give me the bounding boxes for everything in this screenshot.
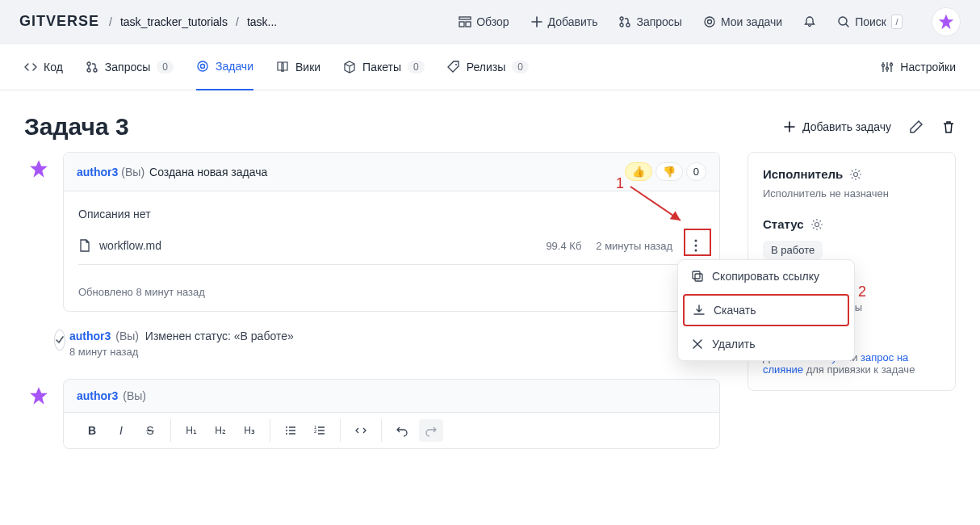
menu-download[interactable]: Скачать xyxy=(683,294,849,326)
svg-point-27 xyxy=(286,433,287,435)
tab-code[interactable]: Код xyxy=(24,44,63,90)
svg-point-5 xyxy=(626,23,630,27)
svg-point-19 xyxy=(695,245,697,247)
notifications[interactable] xyxy=(803,15,816,28)
author-link[interactable]: author3 xyxy=(77,166,118,178)
star-icon xyxy=(937,13,955,31)
packages-count: 0 xyxy=(408,61,425,74)
tab-packages[interactable]: Пакеты 0 xyxy=(343,44,425,90)
svg-rect-0 xyxy=(459,17,471,19)
delete-button[interactable] xyxy=(941,120,956,134)
nav-add[interactable]: Добавить xyxy=(530,15,598,28)
add-task-button[interactable]: Добавить задачу xyxy=(783,120,891,133)
page-title: Задача 3 xyxy=(24,113,129,141)
svg-point-20 xyxy=(695,250,697,252)
h1-button[interactable]: H₁ xyxy=(179,419,203,442)
status-badge[interactable]: В работе xyxy=(763,241,823,259)
layout-icon xyxy=(459,15,471,28)
download-icon xyxy=(693,304,706,317)
svg-point-14 xyxy=(455,64,457,65)
repo-tabs: Код Запросы 0 Задачи Вики Пакеты 0 Релиз… xyxy=(0,44,980,90)
breadcrumb-owner[interactable]: task_tracker_tutorials xyxy=(120,15,228,28)
svg-point-9 xyxy=(87,62,90,65)
gear-icon[interactable] xyxy=(849,168,862,181)
strike-button[interactable]: S xyxy=(138,419,162,442)
menu-delete[interactable]: Удалить xyxy=(678,328,854,360)
svg-point-25 xyxy=(286,426,287,428)
package-icon xyxy=(343,61,356,74)
svg-point-31 xyxy=(815,222,819,226)
app-header: GITVERSE / task_tracker_tutorials / task… xyxy=(0,0,980,44)
attachment-name[interactable]: workflow.md xyxy=(99,239,161,252)
assignee-empty: Исполнитель не назначен xyxy=(763,187,940,200)
svg-point-15 xyxy=(882,64,885,66)
sidebar-assignee-h: Исполнитель xyxy=(763,167,843,181)
react-thumbs-down[interactable]: 👎 xyxy=(655,162,683,181)
undo-button[interactable] xyxy=(390,419,414,442)
comment-author[interactable]: author3 xyxy=(77,389,118,402)
kebab-icon xyxy=(694,239,697,252)
attachment-menu-button[interactable] xyxy=(687,237,705,254)
nav-requests[interactable]: Запросы xyxy=(618,15,681,28)
react-count[interactable]: 0 xyxy=(686,162,706,181)
requests-count: 0 xyxy=(157,61,174,74)
svg-point-4 xyxy=(620,23,623,27)
search-kbd: / xyxy=(891,15,903,29)
svg-point-17 xyxy=(890,63,893,65)
react-thumbs-up[interactable]: 👍 xyxy=(625,162,652,181)
event-text: Изменен статус: «В работе» xyxy=(145,330,294,342)
attachment-size: 99.4 Кб xyxy=(546,240,581,252)
title-bar: Задача 3 Добавить задачу xyxy=(0,90,980,152)
h2-button[interactable]: H₂ xyxy=(208,419,232,442)
sidebar-status-h: Статус xyxy=(763,217,804,231)
file-icon xyxy=(78,239,91,252)
comment-header: author3 (Вы) xyxy=(63,379,720,413)
svg-point-30 xyxy=(854,172,858,176)
svg-rect-22 xyxy=(693,271,700,279)
redo-button[interactable] xyxy=(419,419,443,442)
svg-point-12 xyxy=(198,61,207,71)
nav-search[interactable]: Поиск / xyxy=(837,15,903,29)
tab-settings[interactable]: Настройки xyxy=(881,44,956,90)
menu-copy-link[interactable]: Скопировать ссылку xyxy=(678,260,854,292)
issue-card: author3 (Вы) Создана новая задача 👍 👎 0 … xyxy=(63,152,720,312)
gear-icon[interactable] xyxy=(810,218,823,231)
created-text: Создана новая задача xyxy=(149,166,267,178)
ol-button[interactable]: 12 xyxy=(308,419,332,442)
svg-rect-1 xyxy=(459,22,464,27)
star-icon xyxy=(28,158,49,179)
target-icon xyxy=(703,15,716,28)
search-icon xyxy=(837,15,850,28)
ul-button[interactable] xyxy=(279,419,303,442)
attachment-menu: Скопировать ссылку Скачать Удалить xyxy=(677,259,855,361)
h3-button[interactable]: H₃ xyxy=(237,419,262,442)
nav-mytasks[interactable]: Мои задачи xyxy=(703,15,782,28)
svg-point-26 xyxy=(286,430,287,431)
comment-avatar xyxy=(24,379,53,406)
italic-button[interactable]: I xyxy=(109,419,133,442)
svg-text:2: 2 xyxy=(314,429,317,434)
tab-releases[interactable]: Релизы 0 xyxy=(447,44,529,90)
event-author[interactable]: author3 xyxy=(69,330,111,342)
tab-tasks[interactable]: Задачи xyxy=(196,44,253,90)
edit-button[interactable] xyxy=(909,120,923,134)
svg-point-16 xyxy=(886,67,889,69)
editor-toolbar: B I S H₁ H₂ H₃ 12 xyxy=(63,413,720,449)
svg-point-7 xyxy=(707,19,711,23)
codeblock-button[interactable] xyxy=(349,419,373,442)
svg-rect-2 xyxy=(466,22,471,27)
tab-requests[interactable]: Запросы 0 xyxy=(86,44,174,90)
svg-point-11 xyxy=(94,69,97,72)
plus-icon xyxy=(783,120,796,133)
svg-point-3 xyxy=(620,17,623,20)
svg-point-10 xyxy=(87,69,90,72)
sliders-icon xyxy=(881,61,894,74)
nav-overview[interactable]: Обзор xyxy=(459,15,509,28)
tag-icon xyxy=(447,61,460,74)
svg-point-13 xyxy=(200,64,204,68)
breadcrumb-repo[interactable]: task... xyxy=(247,15,277,28)
avatar[interactable] xyxy=(932,7,961,36)
bold-button[interactable]: B xyxy=(80,419,104,442)
tab-wiki[interactable]: Вики xyxy=(276,44,320,90)
logo[interactable]: GITVERSE xyxy=(19,13,99,30)
